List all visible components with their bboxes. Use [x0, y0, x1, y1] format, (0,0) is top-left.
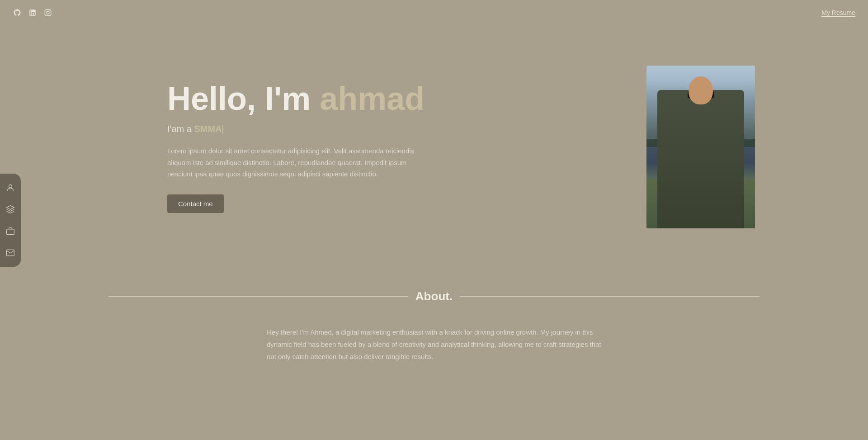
- hero-subtitle: I'am a SMMA: [167, 124, 439, 134]
- hero-section: Hello, I'm ahmad I'am a SMMA Lorem ipsum…: [0, 0, 868, 271]
- instagram-icon: [44, 9, 52, 17]
- profile-photo: [646, 66, 755, 228]
- about-title: About.: [415, 289, 453, 303]
- divider-line-right: [460, 296, 760, 297]
- photo-person-body: [657, 90, 744, 228]
- hero-image: [646, 66, 760, 228]
- subtitle-prefix: I'am a: [167, 124, 194, 134]
- sidebar-item-contact[interactable]: [5, 247, 16, 259]
- person-icon: [6, 183, 15, 192]
- hero-name: ahmad: [320, 80, 425, 117]
- about-section: About. Hey there! I'm Ahmed, a digital m…: [0, 271, 868, 381]
- divider-line-left: [108, 296, 408, 297]
- portfolio-icon: [6, 227, 15, 236]
- sidebar-item-skills[interactable]: [5, 203, 16, 215]
- svg-point-0: [9, 185, 12, 188]
- hero-greeting: Hello, I'm: [167, 80, 320, 117]
- github-icon: [13, 9, 21, 17]
- photo-person-head: [689, 76, 713, 104]
- hero-title: Hello, I'm ahmad: [167, 81, 439, 117]
- social-links: [13, 8, 52, 17]
- linkedin-icon: [28, 9, 37, 17]
- instagram-link[interactable]: [43, 8, 52, 17]
- about-description: Hey there! I'm Ahmed, a digital marketin…: [231, 326, 637, 363]
- linkedin-link[interactable]: [28, 8, 37, 17]
- about-divider: About.: [108, 289, 760, 303]
- hero-description: Lorem ipsum dolor sit amet consectetur a…: [167, 145, 420, 180]
- contact-button[interactable]: Contact me: [167, 194, 224, 213]
- top-navigation: My Resume: [0, 0, 868, 25]
- hero-role: SMMA: [194, 124, 222, 134]
- resume-link[interactable]: My Resume: [821, 9, 855, 17]
- sidebar-item-about[interactable]: [5, 182, 16, 194]
- github-link[interactable]: [13, 8, 22, 17]
- skills-icon: [6, 205, 15, 214]
- hero-content: Hello, I'm ahmad I'am a SMMA Lorem ipsum…: [167, 81, 439, 213]
- svg-rect-1: [7, 229, 14, 234]
- side-navigation: [0, 174, 21, 267]
- mail-icon: [6, 248, 15, 257]
- sidebar-item-portfolio[interactable]: [5, 225, 16, 237]
- typing-cursor: [222, 125, 223, 134]
